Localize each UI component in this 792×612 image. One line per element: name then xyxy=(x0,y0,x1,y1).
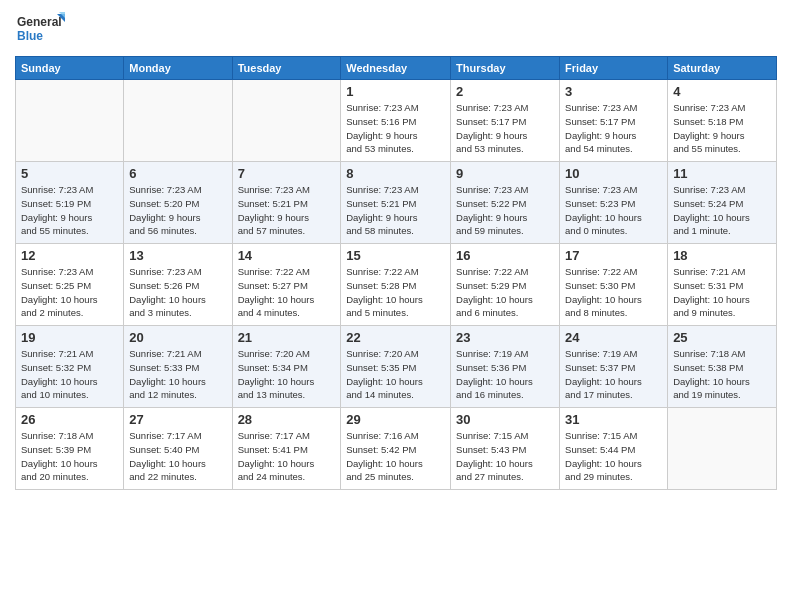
day-detail: Sunrise: 7:22 AM Sunset: 5:30 PM Dayligh… xyxy=(565,265,662,320)
cell-w3-d3: 14Sunrise: 7:22 AM Sunset: 5:27 PM Dayli… xyxy=(232,244,341,326)
cell-w3-d4: 15Sunrise: 7:22 AM Sunset: 5:28 PM Dayli… xyxy=(341,244,451,326)
cell-w5-d3: 28Sunrise: 7:17 AM Sunset: 5:41 PM Dayli… xyxy=(232,408,341,490)
week-row-2: 5Sunrise: 7:23 AM Sunset: 5:19 PM Daylig… xyxy=(16,162,777,244)
cell-w3-d6: 17Sunrise: 7:22 AM Sunset: 5:30 PM Dayli… xyxy=(560,244,668,326)
header-wednesday: Wednesday xyxy=(341,57,451,80)
day-number: 26 xyxy=(21,412,118,427)
cell-w4-d7: 25Sunrise: 7:18 AM Sunset: 5:38 PM Dayli… xyxy=(668,326,777,408)
cell-w2-d6: 10Sunrise: 7:23 AM Sunset: 5:23 PM Dayli… xyxy=(560,162,668,244)
day-detail: Sunrise: 7:18 AM Sunset: 5:39 PM Dayligh… xyxy=(21,429,118,484)
day-detail: Sunrise: 7:23 AM Sunset: 5:18 PM Dayligh… xyxy=(673,101,771,156)
calendar-header-row: Sunday Monday Tuesday Wednesday Thursday… xyxy=(16,57,777,80)
cell-w1-d2 xyxy=(124,80,232,162)
day-detail: Sunrise: 7:23 AM Sunset: 5:23 PM Dayligh… xyxy=(565,183,662,238)
day-detail: Sunrise: 7:21 AM Sunset: 5:32 PM Dayligh… xyxy=(21,347,118,402)
day-detail: Sunrise: 7:23 AM Sunset: 5:20 PM Dayligh… xyxy=(129,183,226,238)
logo-svg: General Blue xyxy=(15,10,65,48)
cell-w5-d7 xyxy=(668,408,777,490)
cell-w3-d5: 16Sunrise: 7:22 AM Sunset: 5:29 PM Dayli… xyxy=(451,244,560,326)
day-detail: Sunrise: 7:23 AM Sunset: 5:22 PM Dayligh… xyxy=(456,183,554,238)
day-number: 10 xyxy=(565,166,662,181)
cell-w3-d1: 12Sunrise: 7:23 AM Sunset: 5:25 PM Dayli… xyxy=(16,244,124,326)
day-number: 19 xyxy=(21,330,118,345)
day-detail: Sunrise: 7:16 AM Sunset: 5:42 PM Dayligh… xyxy=(346,429,445,484)
logo: General Blue xyxy=(15,10,65,48)
cell-w3-d2: 13Sunrise: 7:23 AM Sunset: 5:26 PM Dayli… xyxy=(124,244,232,326)
calendar-table: Sunday Monday Tuesday Wednesday Thursday… xyxy=(15,56,777,490)
cell-w5-d2: 27Sunrise: 7:17 AM Sunset: 5:40 PM Dayli… xyxy=(124,408,232,490)
day-detail: Sunrise: 7:23 AM Sunset: 5:16 PM Dayligh… xyxy=(346,101,445,156)
week-row-3: 12Sunrise: 7:23 AM Sunset: 5:25 PM Dayli… xyxy=(16,244,777,326)
week-row-5: 26Sunrise: 7:18 AM Sunset: 5:39 PM Dayli… xyxy=(16,408,777,490)
day-detail: Sunrise: 7:20 AM Sunset: 5:34 PM Dayligh… xyxy=(238,347,336,402)
day-detail: Sunrise: 7:23 AM Sunset: 5:21 PM Dayligh… xyxy=(238,183,336,238)
cell-w1-d1 xyxy=(16,80,124,162)
day-number: 15 xyxy=(346,248,445,263)
cell-w4-d5: 23Sunrise: 7:19 AM Sunset: 5:36 PM Dayli… xyxy=(451,326,560,408)
cell-w1-d4: 1Sunrise: 7:23 AM Sunset: 5:16 PM Daylig… xyxy=(341,80,451,162)
day-detail: Sunrise: 7:23 AM Sunset: 5:24 PM Dayligh… xyxy=(673,183,771,238)
day-detail: Sunrise: 7:19 AM Sunset: 5:36 PM Dayligh… xyxy=(456,347,554,402)
cell-w2-d7: 11Sunrise: 7:23 AM Sunset: 5:24 PM Dayli… xyxy=(668,162,777,244)
day-detail: Sunrise: 7:21 AM Sunset: 5:31 PM Dayligh… xyxy=(673,265,771,320)
day-number: 22 xyxy=(346,330,445,345)
day-number: 11 xyxy=(673,166,771,181)
day-detail: Sunrise: 7:17 AM Sunset: 5:40 PM Dayligh… xyxy=(129,429,226,484)
day-number: 9 xyxy=(456,166,554,181)
day-number: 17 xyxy=(565,248,662,263)
cell-w1-d7: 4Sunrise: 7:23 AM Sunset: 5:18 PM Daylig… xyxy=(668,80,777,162)
day-detail: Sunrise: 7:23 AM Sunset: 5:21 PM Dayligh… xyxy=(346,183,445,238)
svg-text:General: General xyxy=(17,15,62,29)
day-number: 28 xyxy=(238,412,336,427)
day-number: 7 xyxy=(238,166,336,181)
day-number: 12 xyxy=(21,248,118,263)
day-number: 6 xyxy=(129,166,226,181)
header: General Blue xyxy=(15,10,777,48)
cell-w5-d1: 26Sunrise: 7:18 AM Sunset: 5:39 PM Dayli… xyxy=(16,408,124,490)
day-number: 25 xyxy=(673,330,771,345)
header-monday: Monday xyxy=(124,57,232,80)
cell-w1-d5: 2Sunrise: 7:23 AM Sunset: 5:17 PM Daylig… xyxy=(451,80,560,162)
day-detail: Sunrise: 7:22 AM Sunset: 5:28 PM Dayligh… xyxy=(346,265,445,320)
day-detail: Sunrise: 7:15 AM Sunset: 5:44 PM Dayligh… xyxy=(565,429,662,484)
day-number: 21 xyxy=(238,330,336,345)
day-number: 5 xyxy=(21,166,118,181)
cell-w1-d3 xyxy=(232,80,341,162)
page: General Blue Sunday Monday Tuesday Wedne… xyxy=(0,0,792,612)
day-detail: Sunrise: 7:19 AM Sunset: 5:37 PM Dayligh… xyxy=(565,347,662,402)
cell-w4-d3: 21Sunrise: 7:20 AM Sunset: 5:34 PM Dayli… xyxy=(232,326,341,408)
day-detail: Sunrise: 7:23 AM Sunset: 5:25 PM Dayligh… xyxy=(21,265,118,320)
day-detail: Sunrise: 7:23 AM Sunset: 5:17 PM Dayligh… xyxy=(456,101,554,156)
day-number: 31 xyxy=(565,412,662,427)
day-detail: Sunrise: 7:21 AM Sunset: 5:33 PM Dayligh… xyxy=(129,347,226,402)
day-detail: Sunrise: 7:22 AM Sunset: 5:29 PM Dayligh… xyxy=(456,265,554,320)
day-number: 30 xyxy=(456,412,554,427)
day-number: 2 xyxy=(456,84,554,99)
cell-w4-d4: 22Sunrise: 7:20 AM Sunset: 5:35 PM Dayli… xyxy=(341,326,451,408)
day-detail: Sunrise: 7:23 AM Sunset: 5:17 PM Dayligh… xyxy=(565,101,662,156)
cell-w5-d5: 30Sunrise: 7:15 AM Sunset: 5:43 PM Dayli… xyxy=(451,408,560,490)
day-detail: Sunrise: 7:23 AM Sunset: 5:26 PM Dayligh… xyxy=(129,265,226,320)
day-number: 8 xyxy=(346,166,445,181)
header-friday: Friday xyxy=(560,57,668,80)
day-detail: Sunrise: 7:23 AM Sunset: 5:19 PM Dayligh… xyxy=(21,183,118,238)
day-detail: Sunrise: 7:22 AM Sunset: 5:27 PM Dayligh… xyxy=(238,265,336,320)
cell-w3-d7: 18Sunrise: 7:21 AM Sunset: 5:31 PM Dayli… xyxy=(668,244,777,326)
day-detail: Sunrise: 7:20 AM Sunset: 5:35 PM Dayligh… xyxy=(346,347,445,402)
day-number: 24 xyxy=(565,330,662,345)
day-detail: Sunrise: 7:17 AM Sunset: 5:41 PM Dayligh… xyxy=(238,429,336,484)
day-number: 20 xyxy=(129,330,226,345)
cell-w2-d5: 9Sunrise: 7:23 AM Sunset: 5:22 PM Daylig… xyxy=(451,162,560,244)
day-number: 1 xyxy=(346,84,445,99)
cell-w4-d2: 20Sunrise: 7:21 AM Sunset: 5:33 PM Dayli… xyxy=(124,326,232,408)
day-number: 4 xyxy=(673,84,771,99)
day-number: 3 xyxy=(565,84,662,99)
cell-w4-d6: 24Sunrise: 7:19 AM Sunset: 5:37 PM Dayli… xyxy=(560,326,668,408)
week-row-4: 19Sunrise: 7:21 AM Sunset: 5:32 PM Dayli… xyxy=(16,326,777,408)
header-saturday: Saturday xyxy=(668,57,777,80)
day-number: 14 xyxy=(238,248,336,263)
day-number: 27 xyxy=(129,412,226,427)
header-sunday: Sunday xyxy=(16,57,124,80)
cell-w4-d1: 19Sunrise: 7:21 AM Sunset: 5:32 PM Dayli… xyxy=(16,326,124,408)
day-number: 29 xyxy=(346,412,445,427)
